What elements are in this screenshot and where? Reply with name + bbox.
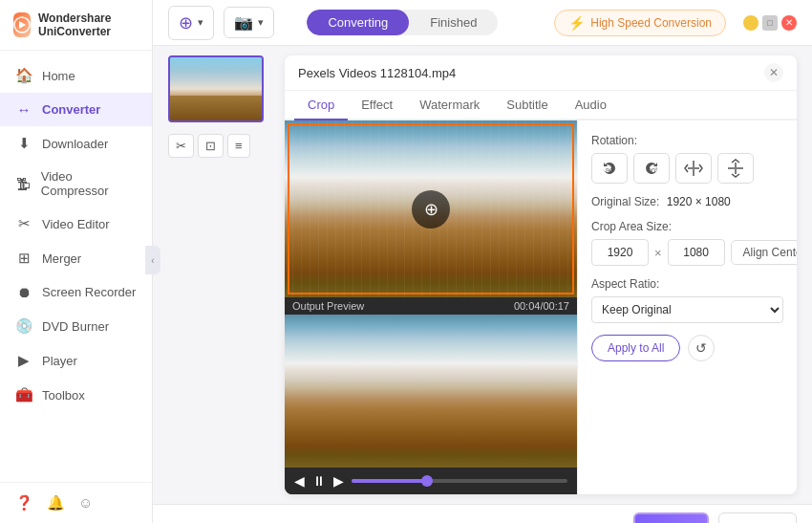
add-file-icon: ⊕ [179,12,193,33]
rotate-ccw-button[interactable]: 90° [591,153,628,184]
more-tool-button[interactable]: ≡ [227,134,250,158]
sidebar-item-converter[interactable]: ↔ Converter [0,93,152,126]
tab-subtitle[interactable]: Subtitle [493,91,561,120]
move-handle[interactable]: ⊕ [412,190,450,229]
cut-tool-button[interactable]: ✂ [168,134,194,158]
svg-text:90°: 90° [648,167,658,174]
crop-height-input[interactable] [668,239,725,266]
converter-icon: ↔ [15,101,32,118]
action-buttons: OK Cancel [633,512,797,523]
app-logo [13,12,31,37]
sidebar-label-editor: Video Editor [42,217,110,231]
sidebar-item-video-editor[interactable]: ✂ Video Editor [0,207,152,241]
add-file-label: ▾ [198,16,203,29]
minimize-button[interactable] [743,15,759,31]
tab-finished[interactable]: Finished [409,10,498,35]
aspect-ratio-section: Aspect Ratio: Keep Original 16:9 4:3 1:1… [591,277,783,323]
playback-controls: ◀ ⏸ ▶ [285,468,577,494]
sidebar-item-toolbox[interactable]: 🧰 Toolbox [0,378,152,412]
sidebar-item-downloader[interactable]: ⬇ Downloader [0,126,152,161]
sidebar-label-merger: Merger [42,251,81,266]
sidebar-label-recorder: Screen Recorder [42,285,136,299]
sidebar-item-player[interactable]: ▶ Player [0,343,152,378]
apply-to-all-button[interactable]: Apply to All [591,335,680,361]
aspect-ratio-select[interactable]: Keep Original 16:9 4:3 1:1 9:16 [591,296,783,323]
high-speed-button[interactable]: ⚡ High Speed Conversion [554,10,726,36]
sidebar-label-converter: Converter [42,102,100,117]
merger-icon: ⊞ [15,250,32,267]
editor-title-bar: Pexels Videos 1128104.mp4 ✕ [285,55,797,91]
sidebar-label-toolbox: Toolbox [42,388,85,403]
left-panel: ✂ ⊡ ≡ [168,55,273,494]
tab-audio[interactable]: Audio [562,91,620,120]
help-icon[interactable]: ❓ [15,494,33,512]
rotation-label: Rotation: [591,134,783,147]
crop-tool-button[interactable]: ⊡ [198,134,224,158]
video-section: ✂ ⊡ ≡ Pexels Videos 1128104.mp4 ✕ Crop E… [168,55,797,494]
notification-icon[interactable]: 🔔 [47,494,65,512]
editor-close-button[interactable]: ✕ [764,63,783,82]
cancel-button[interactable]: Cancel [718,512,797,523]
add-file-button[interactable]: ⊕ ▾ [168,6,214,40]
thumbnail-tools: ✂ ⊡ ≡ [168,134,273,158]
speed-label: High Speed Conversion [590,16,712,30]
preview-area: ⊕ Output Preview 00:04/00:17 ◀ [285,120,577,494]
recorder-icon: ⏺ [15,284,32,300]
sidebar-footer: ❓ 🔔 ☺ [0,482,152,523]
sidebar-collapse-button[interactable]: ‹ [145,246,160,274]
user-icon[interactable]: ☺ [78,494,93,512]
rotation-buttons: 90° 90° [591,153,783,184]
tab-effect[interactable]: Effect [348,91,406,120]
player-icon: ▶ [15,352,32,369]
close-button[interactable]: ✕ [781,15,797,31]
add-media-button[interactable]: 📷 ▾ [224,7,274,38]
crop-area-section: Crop Area Size: × Align Center [591,220,783,266]
maximize-button[interactable]: □ [762,15,778,31]
tab-watermark[interactable]: Watermark [406,91,493,120]
tab-crop[interactable]: Crop [294,91,348,120]
sidebar-item-screen-recorder[interactable]: ⏺ Screen Recorder [0,275,152,309]
orig-size-lbl: Original Size: [591,195,659,208]
sidebar-label-home: Home [42,69,75,83]
sidebar-item-dvd-burner[interactable]: 💿 DVD Burner [0,309,152,343]
output-preview-label: Output Preview [292,300,364,312]
editor-icon: ✂ [15,215,32,232]
pause-button[interactable]: ⏸ [312,473,326,489]
sidebar-label-downloader: Downloader [42,137,108,151]
sidebar-nav: 🏠 Home ↔ Converter ⬇ Downloader 🗜 Video … [0,51,152,482]
prev-frame-button[interactable]: ◀ [294,473,305,489]
size-separator: × [654,246,662,260]
editor-body: ⊕ Output Preview 00:04/00:17 ◀ [285,120,797,494]
crop-preview[interactable]: ⊕ [285,120,577,297]
lightning-icon: ⚡ [568,15,585,31]
right-panel: Rotation: 90° 90° [577,120,797,494]
content-area: ✂ ⊡ ≡ Pexels Videos 1128104.mp4 ✕ Crop E… [153,46,812,504]
thumbnail-item[interactable] [168,55,264,122]
output-timestamp: 00:04/00:17 [514,300,569,312]
crop-width-input[interactable] [591,239,649,266]
next-frame-button[interactable]: ▶ [333,473,344,489]
flip-h-button[interactable] [675,153,712,184]
add-media-icon: 📷 [234,13,253,32]
sidebar-label-player: Player [42,354,77,368]
sidebar-item-merger[interactable]: ⊞ Merger [0,241,152,275]
sidebar-item-home[interactable]: 🏠 Home [0,58,152,93]
compressor-icon: 🗜 [15,176,32,192]
reset-button[interactable]: ↺ [688,335,715,361]
sidebar: Wondershare UniConverter 🏠 Home ↔ Conver… [0,0,153,523]
align-center-button[interactable]: Align Center [731,240,797,265]
ok-button[interactable]: OK [633,512,709,523]
crop-area-label: Crop Area Size: [591,220,783,233]
main-area: ⊕ ▾ 📷 ▾ Converting Finished ⚡ High Speed… [153,0,812,523]
rotate-cw-button[interactable]: 90° [633,153,670,184]
sidebar-item-video-compressor[interactable]: 🗜 Video Compressor [0,161,152,207]
original-size-section: Original Size: 1920 × 1080 [591,195,783,208]
toolbox-icon: 🧰 [15,386,32,403]
editor-tabs: Crop Effect Watermark Subtitle Audio [285,91,797,120]
flip-v-button[interactable] [717,153,754,184]
rotation-section: Rotation: 90° 90° [591,134,783,184]
app-title: Wondershare UniConverter [38,11,139,38]
output-preview [285,315,577,468]
tab-converting[interactable]: Converting [307,10,409,35]
progress-bar[interactable] [352,479,567,483]
